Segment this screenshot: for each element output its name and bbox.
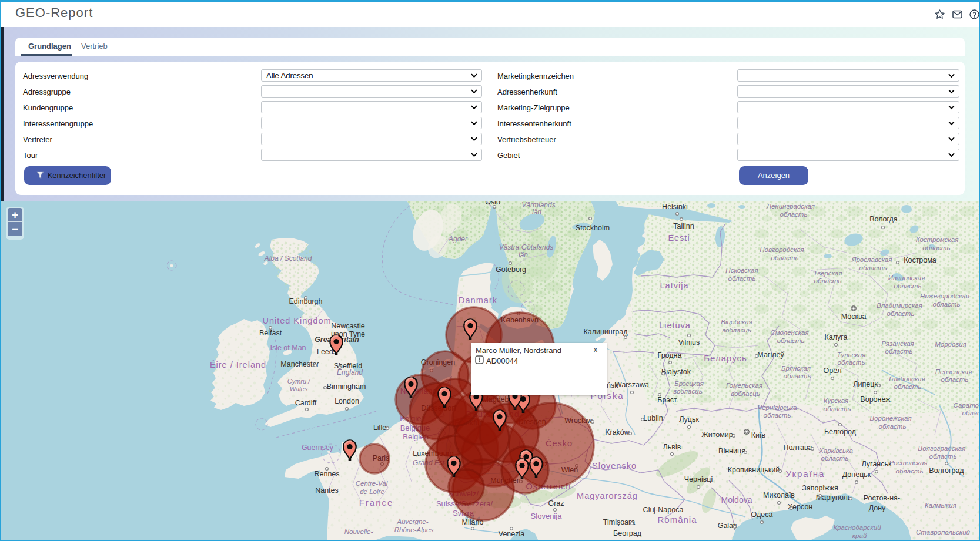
svg-text:Éire / Ireland: Éire / Ireland [210, 360, 266, 369]
svg-text:Ивановская: Ивановская [888, 274, 925, 281]
svg-text:Agder: Agder [448, 235, 468, 243]
svg-text:Одеса: Одеса [751, 510, 773, 519]
svg-text:Полтава: Полтава [784, 443, 812, 452]
svg-text:Україна: Україна [786, 469, 825, 479]
svg-text:Rennes: Rennes [314, 470, 339, 478]
svg-text:Псковская: Псковская [725, 267, 758, 274]
svg-text:Ярославская: Ярославская [851, 256, 892, 263]
svg-text:область: область [771, 254, 799, 261]
svg-text:Беларусь: Беларусь [704, 353, 747, 363]
svg-text:Брэсцкая: Брэсцкая [674, 380, 704, 387]
svg-text:область: область [894, 383, 922, 390]
svg-text:Рязанская: Рязанская [881, 340, 914, 347]
svg-text:Venezia: Venezia [499, 530, 525, 538]
svg-text:Lublin: Lublin [643, 414, 663, 422]
svg-text:Кострома: Кострома [904, 256, 936, 264]
svg-text:область: область [962, 409, 979, 416]
svg-text:Ростовская: Ростовская [889, 459, 927, 466]
svg-text:Slovensko: Slovensko [592, 461, 637, 471]
svg-text:Danmark: Danmark [459, 295, 497, 305]
svg-text:Курская: Курская [824, 397, 849, 404]
svg-text:Смоленская: Смоленская [770, 329, 808, 336]
svg-text:вобласць: вобласць [673, 388, 703, 395]
svg-text:область: область [824, 405, 851, 412]
svg-text:Брэст: Брэст [657, 396, 677, 404]
svg-text:область: область [929, 453, 957, 460]
svg-text:Kraków: Kraków [605, 428, 630, 436]
svg-text:Nouvelle-: Nouvelle- [344, 528, 373, 535]
svg-text:Warszawa: Warszawa [615, 381, 649, 389]
svg-text:Lille: Lille [373, 424, 386, 432]
svg-text:область: область [838, 359, 865, 366]
svg-text:область: область [784, 372, 811, 379]
svg-text:Калининград: Калининград [583, 328, 628, 336]
svg-text:область: область [728, 275, 756, 282]
svg-text:Cymru /: Cymru / [287, 378, 310, 385]
svg-text:Eesti: Eesti [668, 233, 690, 243]
svg-text:область: область [941, 376, 969, 383]
svg-text:область: область [777, 337, 805, 344]
svg-text:Луганськ: Луганськ [862, 460, 892, 468]
svg-text:Магілёў: Магілёў [757, 351, 784, 359]
svg-text:Гомельская: Гомельская [726, 382, 762, 389]
svg-text:Ставропольский: Ставропольский [916, 529, 971, 536]
svg-text:Isle of Man: Isle of Man [270, 344, 306, 352]
svg-text:Краснодарский: Краснодарский [833, 524, 881, 531]
svg-text:область: область [879, 423, 907, 430]
svg-text:вобласць: вобласць [731, 390, 760, 397]
svg-text:Волгоград: Волгоград [929, 466, 964, 475]
svg-text:Västra Götalands: Västra Götalands [499, 243, 554, 251]
svg-text:Białystok: Białystok [661, 368, 691, 376]
svg-text:län: län [532, 208, 541, 216]
svg-text:Львів: Львів [663, 443, 681, 451]
svg-text:Воронежская: Воронежская [869, 415, 911, 422]
svg-text:Вологда: Вологда [869, 215, 898, 223]
svg-text:Timișoara: Timișoara [603, 518, 635, 526]
svg-text:Белгород: Белгород [824, 428, 857, 436]
svg-text:область: область [887, 310, 915, 317]
svg-text:Cardiff: Cardiff [295, 399, 317, 407]
svg-text:Vilnius: Vilnius [678, 338, 700, 347]
svg-text:Rhône-Alpes: Rhône-Alpes [394, 526, 434, 533]
svg-text:Тверская: Тверская [814, 270, 842, 277]
svg-text:London: London [335, 397, 359, 405]
svg-text:край: край [852, 532, 867, 539]
svg-text:область: область [894, 283, 922, 290]
svg-text:Centre-Val: Centre-Val [356, 480, 388, 487]
svg-text:Slovenija: Slovenija [531, 512, 563, 520]
svg-text:Донецьк: Донецьк [842, 471, 871, 479]
svg-text:Чернівці: Чернівці [684, 475, 713, 483]
svg-text:Вінниця: Вінниця [718, 447, 745, 455]
svg-text:France: France [359, 498, 394, 508]
svg-text:Тульская: Тульская [837, 351, 866, 358]
svg-text:Луцьк: Луцьк [679, 415, 699, 424]
svg-text:Newcastle: Newcastle [331, 322, 365, 330]
svg-text:Oslo: Oslo [485, 201, 500, 206]
svg-text:Гродна: Гродна [658, 351, 682, 359]
svg-text:область: область [780, 211, 808, 218]
svg-text:Auvergne-: Auvergne- [396, 518, 428, 525]
svg-text:Брянская: Брянская [781, 365, 811, 372]
svg-text:Липецк: Липецк [853, 380, 878, 388]
svg-text:Göteborg: Göteborg [496, 266, 526, 274]
svg-text:вобласць: вобласць [722, 327, 751, 334]
svg-text:Sheffield: Sheffield [334, 362, 362, 370]
svg-text:Віцебская: Віцебская [721, 318, 752, 325]
svg-text:Київ: Київ [751, 431, 766, 439]
svg-text:Latvija: Latvija [660, 281, 689, 290]
svg-text:Костромская: Костромская [916, 236, 959, 243]
svg-text:Кропивницький: Кропивницький [728, 466, 780, 474]
svg-text:Мордовия: Мордовия [935, 341, 966, 348]
svg-text:Alba / Scotland: Alba / Scotland [264, 254, 312, 263]
svg-text:Београд: Београд [613, 529, 642, 537]
svg-text:Lietuva: Lietuva [659, 321, 691, 330]
svg-text:Житомир: Житомир [701, 431, 733, 439]
svg-text:Graz: Graz [548, 499, 564, 508]
svg-text:Tallinn: Tallinn [673, 222, 694, 230]
svg-text:Guernsey: Guernsey [302, 443, 334, 452]
svg-text:область: область [885, 348, 913, 355]
svg-text:Нижегородская: Нижегородская [920, 293, 969, 300]
svg-text:Nantes: Nantes [315, 486, 339, 495]
svg-text:область: область [814, 277, 842, 284]
svg-text:Belfast: Belfast [259, 329, 282, 337]
